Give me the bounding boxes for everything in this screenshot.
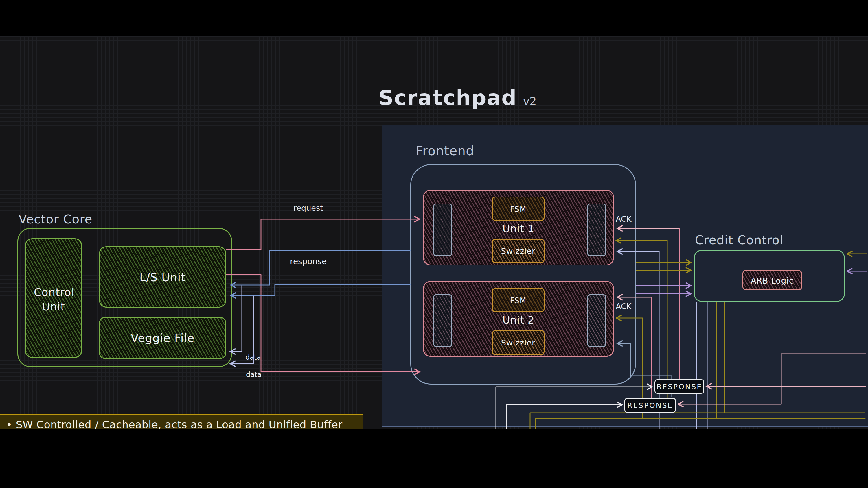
- wire-olive-bottom-loop2: [535, 419, 865, 429]
- wire-white-response-lower: [506, 405, 621, 431]
- wire-response-2: [231, 285, 411, 295]
- wire-request-unit2: [226, 274, 419, 372]
- wire-request-unit1: [226, 219, 419, 250]
- response-box-lower-label: RESPONSE: [627, 401, 673, 410]
- wire-response-1: [231, 250, 411, 285]
- response-box-upper[interactable]: RESPONSE: [654, 379, 704, 394]
- response-box-upper-label: RESPONSE: [656, 383, 702, 391]
- letterbox-top: [0, 0, 868, 36]
- whiteboard-stage: Scratchpad v2 Vector Core Control Unit L…: [0, 0, 868, 488]
- wire-olive-bottom-loop1: [530, 413, 865, 429]
- letterbox-bottom: [0, 429, 868, 488]
- response-box-lower[interactable]: RESPONSE: [624, 398, 676, 413]
